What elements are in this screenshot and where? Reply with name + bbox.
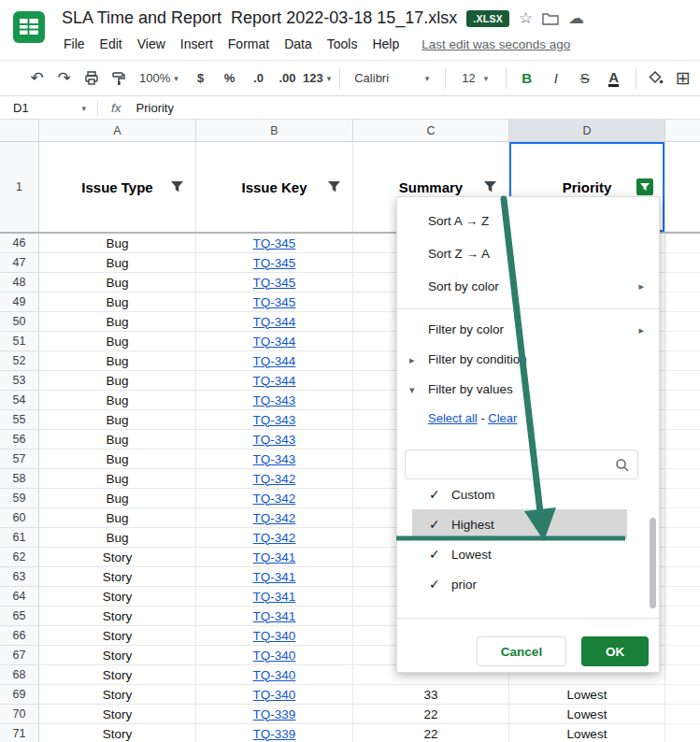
cell-issue-key[interactable]: TQ-342	[196, 469, 353, 489]
cell-issue-type[interactable]: Story	[39, 587, 196, 606]
cell-issue-key[interactable]: TQ-342	[196, 508, 353, 528]
select-all-corner[interactable]	[0, 120, 39, 141]
cell-issue-key[interactable]: TQ-342	[196, 489, 353, 508]
cell-issue-key[interactable]: TQ-340	[196, 626, 353, 646]
cell-issue-type[interactable]: Bug	[39, 449, 196, 469]
cell-priority[interactable]: Lowest	[509, 685, 665, 705]
cell-issue-key[interactable]: TQ-344	[196, 312, 353, 332]
row-number[interactable]: 69	[0, 685, 39, 705]
row-number[interactable]: 47	[0, 253, 39, 273]
cell-issue-type[interactable]: Story	[39, 606, 196, 626]
cell-issue-key[interactable]: TQ-345	[196, 234, 353, 253]
cell-empty[interactable]	[665, 528, 700, 548]
row-number[interactable]: 53	[0, 371, 39, 391]
cell-issue-key[interactable]: TQ-341	[196, 587, 353, 606]
menu-item-filter-by-values[interactable]: ▾ Filter by values	[397, 375, 659, 405]
cell-empty[interactable]	[665, 430, 700, 449]
currency-format-button[interactable]: $	[187, 66, 214, 91]
menu-file[interactable]: File	[56, 35, 93, 53]
cloud-status-icon[interactable]: ☁	[568, 10, 584, 26]
menu-insert[interactable]: Insert	[173, 35, 221, 53]
row-number[interactable]: 67	[0, 646, 39, 665]
row-number[interactable]: 65	[0, 606, 39, 626]
cell-issue-key[interactable]: TQ-341	[196, 606, 353, 626]
cell-issue-type[interactable]: Bug	[39, 469, 196, 489]
menu-item-filter-by-color[interactable]: Filter by color ▸	[397, 315, 659, 345]
menu-data[interactable]: Data	[277, 35, 320, 53]
column-header-C[interactable]: C	[353, 120, 509, 141]
cell-issue-key[interactable]: TQ-343	[196, 449, 353, 469]
row-number[interactable]: 56	[0, 430, 39, 449]
cell-issue-key[interactable]: TQ-345	[196, 273, 353, 293]
filter-icon[interactable]	[483, 180, 497, 193]
cell-priority[interactable]: Lowest	[509, 705, 665, 724]
cell-issue-type[interactable]: Story	[39, 626, 196, 646]
cell-issue-key[interactable]: TQ-341	[196, 567, 353, 587]
cell-issue-type[interactable]: Story	[39, 705, 196, 724]
cell-issue-type[interactable]: Story	[39, 548, 196, 567]
sheets-logo-icon[interactable]	[12, 10, 46, 44]
cell-issue-type[interactable]: Bug	[39, 332, 196, 351]
move-to-folder-icon[interactable]	[542, 12, 559, 25]
text-color-button[interactable]: A	[600, 66, 627, 91]
row-number[interactable]: 48	[0, 273, 39, 293]
cell-empty[interactable]	[665, 253, 700, 273]
row-number[interactable]: 55	[0, 410, 39, 430]
menu-item-sort-az[interactable]: Sort A → Z	[397, 205, 659, 237]
undo-icon[interactable]: ↶	[24, 66, 50, 91]
cell-issue-type[interactable]: Bug	[39, 234, 196, 253]
fill-color-icon[interactable]	[643, 66, 668, 91]
cell-issue-type[interactable]: Bug	[39, 391, 196, 410]
menu-view[interactable]: View	[130, 35, 173, 53]
decrease-decimals-button[interactable]: .0	[245, 66, 272, 91]
cell-empty[interactable]	[665, 449, 700, 469]
cell-priority[interactable]: Lowest	[509, 724, 665, 742]
cell-issue-key[interactable]: TQ-344	[196, 332, 353, 351]
cell-empty[interactable]	[665, 410, 700, 430]
cell-issue-type[interactable]: Bug	[39, 410, 196, 430]
cell-issue-type[interactable]: Story	[39, 665, 196, 685]
column-header-B[interactable]: B	[196, 120, 353, 141]
cell-issue-type[interactable]: Bug	[39, 508, 196, 528]
header-cell-issue-type[interactable]: Issue Type	[39, 142, 196, 232]
cell-empty[interactable]	[665, 332, 700, 351]
header-cell-issue-key[interactable]: Issue Key	[196, 142, 353, 232]
menu-format[interactable]: Format	[221, 35, 277, 53]
row-number[interactable]: 50	[0, 312, 39, 332]
row-number[interactable]: 49	[0, 293, 39, 312]
filter-active-icon[interactable]	[636, 178, 653, 195]
cell-empty[interactable]	[665, 626, 700, 646]
clear-link[interactable]: Clear	[488, 411, 517, 425]
cell-empty[interactable]	[665, 587, 700, 606]
zoom-select[interactable]: 100% ▾	[133, 66, 185, 91]
cell-summary[interactable]: 33	[353, 685, 509, 705]
cell-empty[interactable]	[665, 391, 700, 410]
filter-list-scrollbar[interactable]	[650, 518, 656, 608]
column-header-A[interactable]: A	[39, 120, 196, 141]
menu-item-sort-za[interactable]: Sort Z → A	[397, 237, 659, 270]
cell-issue-type[interactable]: Story	[39, 685, 196, 705]
cell-empty[interactable]	[665, 548, 700, 567]
font-select[interactable]: Calibri ▾	[347, 66, 436, 91]
cell-issue-type[interactable]: Bug	[39, 293, 196, 312]
row-number[interactable]: 71	[0, 724, 39, 742]
cell-summary[interactable]: 22	[353, 705, 509, 724]
cell-summary[interactable]: 22	[353, 724, 509, 742]
filter-icon[interactable]	[327, 180, 341, 193]
cell-issue-type[interactable]: Bug	[39, 351, 196, 371]
borders-icon[interactable]: ⊞	[670, 66, 695, 91]
filter-value-prior[interactable]: ✓prior	[412, 569, 627, 599]
cell-empty[interactable]	[665, 489, 700, 508]
cell-empty[interactable]	[665, 508, 700, 528]
menu-tools[interactable]: Tools	[320, 35, 365, 53]
cell-empty[interactable]	[665, 293, 700, 312]
column-header-D[interactable]: D	[509, 120, 665, 141]
row-number[interactable]: 51	[0, 332, 39, 351]
cell-issue-key[interactable]: TQ-340	[196, 665, 353, 685]
print-icon[interactable]	[79, 66, 104, 91]
cell-issue-type[interactable]: Story	[39, 646, 196, 665]
row-number[interactable]: 62	[0, 548, 39, 567]
italic-button[interactable]: I	[542, 66, 569, 91]
percent-format-button[interactable]: %	[216, 66, 243, 91]
cell-issue-type[interactable]: Bug	[39, 312, 196, 332]
